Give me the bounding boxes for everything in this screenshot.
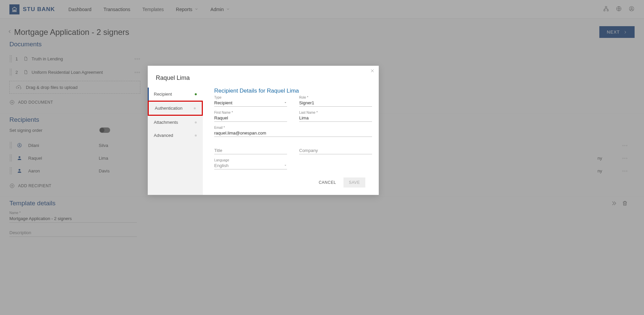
field-value: English bbox=[214, 163, 229, 168]
placeholder-text: Title bbox=[214, 148, 222, 153]
field-label: First Name * bbox=[214, 111, 287, 114]
modal-title: Raquel Lima bbox=[148, 66, 379, 88]
first-name-input[interactable]: Raquel bbox=[214, 114, 287, 122]
status-dot-icon bbox=[195, 121, 197, 123]
form-heading: Recipient Details for Raquel Lima bbox=[214, 88, 372, 94]
placeholder-text: Company bbox=[299, 148, 318, 153]
save-button[interactable]: SAVE bbox=[343, 177, 365, 188]
title-input[interactable]: Title bbox=[214, 147, 287, 154]
language-select[interactable]: English bbox=[214, 162, 287, 169]
tab-label: Authentication bbox=[155, 106, 182, 111]
caret-down-icon bbox=[284, 163, 287, 168]
tab-label: Attachments bbox=[154, 120, 178, 125]
status-dot-icon bbox=[195, 93, 197, 95]
modal-side-tabs: Recipient Authentication Attachments Adv… bbox=[148, 88, 203, 195]
status-dot-icon bbox=[195, 135, 197, 137]
close-icon[interactable] bbox=[370, 68, 375, 74]
tab-recipient[interactable]: Recipient bbox=[148, 88, 203, 101]
email-input[interactable]: raquel.lima@onespan.com bbox=[214, 129, 372, 137]
tab-authentication[interactable]: Authentication bbox=[148, 101, 203, 116]
tab-advanced[interactable]: Advanced bbox=[148, 129, 203, 142]
status-dot-icon bbox=[194, 107, 196, 109]
company-input[interactable]: Company bbox=[299, 147, 372, 154]
caret-down-icon bbox=[284, 100, 287, 105]
tab-label: Advanced bbox=[154, 133, 173, 138]
field-value: raquel.lima@onespan.com bbox=[214, 130, 266, 136]
field-label: Email * bbox=[214, 126, 372, 129]
field-value: Recipient bbox=[214, 100, 232, 105]
tab-label: Recipient bbox=[154, 92, 172, 97]
field-label: Type bbox=[214, 96, 287, 99]
cancel-button[interactable]: CANCEL bbox=[319, 180, 336, 185]
role-input[interactable]: Signer1 bbox=[299, 99, 372, 107]
recipient-modal: Raquel Lima Recipient Authentication Att… bbox=[148, 66, 379, 195]
tab-attachments[interactable]: Attachments bbox=[148, 116, 203, 129]
last-name-input[interactable]: Lima bbox=[299, 114, 372, 122]
field-label: Language bbox=[214, 158, 287, 162]
field-value: Lima bbox=[299, 115, 309, 120]
field-label: Role * bbox=[299, 96, 372, 99]
field-value: Raquel bbox=[214, 115, 228, 120]
field-label: Last Name * bbox=[299, 111, 372, 114]
type-select[interactable]: Recipient bbox=[214, 99, 287, 107]
field-value: Signer1 bbox=[299, 100, 314, 105]
